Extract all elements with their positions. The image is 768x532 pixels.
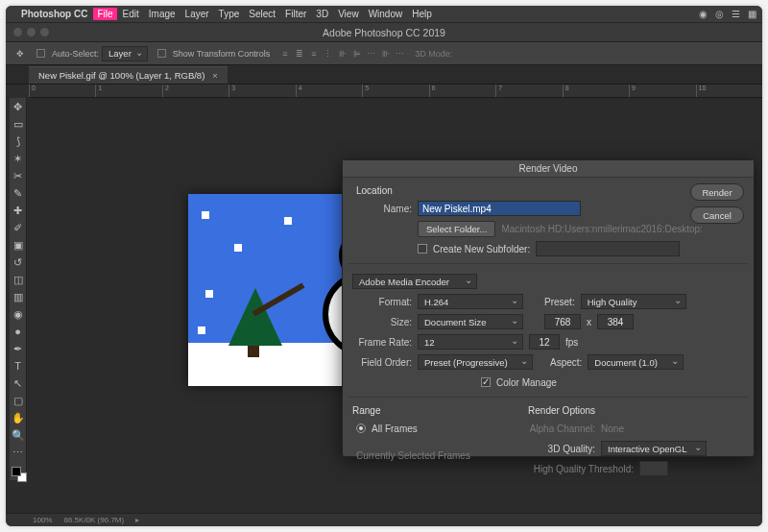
document-tab[interactable]: New Piskel.gif @ 100% (Layer 1, RGB/8) ×	[29, 66, 228, 84]
align-icon[interactable]: ⋯	[395, 49, 405, 59]
fieldorder-dropdown[interactable]: Preset (Progressive)	[418, 354, 533, 370]
color-manage-checkbox[interactable]	[481, 377, 491, 387]
height-input[interactable]	[597, 314, 634, 329]
all-frames-radio[interactable]	[356, 423, 366, 433]
align-icon[interactable]: ⊪	[380, 49, 391, 59]
hq-threshold-label: High Quality Threshold:	[528, 464, 634, 474]
pen-tool-icon[interactable]: ✒	[12, 342, 25, 355]
shape-tool-icon[interactable]: ▢	[12, 394, 25, 407]
x-label: x	[587, 317, 591, 327]
window-controls[interactable]	[13, 28, 49, 36]
fps-input[interactable]	[529, 334, 560, 350]
alpha-value: None	[601, 423, 624, 434]
menu-edit[interactable]: Edit	[123, 9, 139, 19]
app-menu[interactable]: Photoshop CC	[21, 9, 87, 19]
window-titlebar: Adobe Photoshop CC 2019	[6, 23, 762, 42]
menu-help[interactable]: Help	[412, 9, 432, 19]
edit-toolbar-icon[interactable]: ⋯	[12, 446, 25, 459]
name-input[interactable]	[418, 201, 581, 216]
preset-dropdown[interactable]: High Quality	[581, 294, 686, 309]
hand-tool-icon[interactable]: ✋	[12, 411, 25, 424]
width-input[interactable]	[544, 314, 581, 329]
auto-select-dropdown: Layer	[102, 46, 148, 61]
align-icon[interactable]: ≣	[294, 49, 304, 59]
aspect-dropdown[interactable]: Document (1.0)	[588, 354, 684, 370]
menu-view[interactable]: View	[338, 9, 359, 19]
heal-tool-icon[interactable]: ✚	[12, 204, 25, 217]
preset-label: Preset:	[544, 297, 575, 307]
create-subfolder-checkbox[interactable]	[418, 244, 427, 254]
window-title: Adobe Photoshop CC 2019	[323, 27, 445, 38]
hq-threshold-input	[639, 461, 668, 476]
select-folder-button[interactable]: Select Folder...	[418, 221, 495, 237]
encoder-dropdown[interactable]: Adobe Media Encoder	[352, 274, 477, 289]
menu-filter[interactable]: Filter	[285, 9, 306, 19]
wand-tool-icon[interactable]: ✶	[12, 152, 25, 165]
fps-unit: fps	[565, 337, 578, 348]
crop-tool-icon[interactable]: ✂	[12, 169, 25, 182]
brush-tool-icon[interactable]: ✐	[12, 221, 25, 234]
size-label: Size:	[352, 317, 412, 327]
path-tool-icon[interactable]: ↖	[12, 376, 25, 390]
marquee-tool-icon[interactable]: ▭	[12, 117, 25, 131]
gradient-tool-icon[interactable]: ▥	[12, 290, 25, 303]
color-swatch[interactable]	[12, 467, 25, 480]
size-dropdown[interactable]: Document Size	[418, 314, 523, 329]
align-icon[interactable]: ⋮	[323, 49, 333, 59]
menu-image[interactable]: Image	[149, 9, 176, 19]
selected-frames-label: Currently Selected Frames	[356, 450, 470, 461]
quality3d-dropdown[interactable]: Interactive OpenGL	[601, 441, 707, 456]
status-bar: 100% 86.5K/0K (96.7M) ▸	[6, 513, 762, 526]
aspect-label: Aspect:	[550, 357, 582, 368]
auto-select-field[interactable]: Auto-Select: Layer	[36, 46, 148, 61]
align-icon[interactable]: ≡	[279, 49, 290, 59]
align-icon[interactable]: ⋯	[366, 49, 376, 59]
menu-layer[interactable]: Layer	[185, 9, 209, 19]
name-label: Name:	[352, 204, 412, 214]
quality3d-label: 3D Quality:	[528, 444, 595, 454]
options-bar: ✥ Auto-Select: Layer Show Transform Cont…	[6, 42, 762, 65]
menu-3d[interactable]: 3D	[316, 9, 328, 19]
cancel-button[interactable]: Cancel	[690, 206, 744, 224]
menu-file[interactable]: File	[93, 8, 116, 20]
close-tab-icon[interactable]: ×	[212, 70, 218, 81]
blur-tool-icon[interactable]: ◉	[12, 307, 25, 321]
render-button[interactable]: Render	[690, 183, 744, 201]
location-heading: Location	[356, 185, 744, 196]
align-icon[interactable]: ⊫	[351, 49, 362, 59]
status-zoom[interactable]: 100%	[33, 516, 52, 524]
eraser-tool-icon[interactable]: ◫	[12, 273, 25, 286]
align-icon[interactable]: ⊪	[337, 49, 348, 59]
history-tool-icon[interactable]: ↺	[12, 255, 25, 269]
ruler-horizontal: 012345678910	[29, 85, 762, 98]
render-video-dialog: Render Video Render Cancel Location Name…	[342, 159, 755, 457]
tray-icon[interactable]: ◎	[715, 9, 724, 19]
tray-icon[interactable]: ▦	[748, 9, 756, 19]
framerate-dropdown[interactable]: 12	[418, 334, 523, 350]
stamp-tool-icon[interactable]: ▣	[12, 238, 25, 252]
dodge-tool-icon[interactable]: ●	[12, 325, 25, 338]
framerate-label: Frame Rate:	[352, 337, 412, 348]
status-chevron-icon[interactable]: ▸	[135, 516, 139, 524]
zoom-tool-icon[interactable]: 🔍	[12, 428, 25, 442]
dialog-title: Render Video	[343, 160, 754, 178]
mode-3d-label: 3D Mode:	[415, 49, 452, 59]
macos-menubar: Photoshop CC File Edit Image Layer Type …	[6, 6, 762, 23]
menu-window[interactable]: Window	[369, 9, 403, 19]
tray-icon[interactable]: ◉	[699, 9, 708, 19]
move-tool-icon: ✥	[13, 49, 27, 59]
document-tab-label: New Piskel.gif @ 100% (Layer 1, RGB/8)	[38, 70, 204, 81]
alpha-label: Alpha Channel:	[528, 423, 595, 434]
menu-type[interactable]: Type	[219, 9, 240, 19]
move-tool-icon[interactable]: ✥	[12, 100, 25, 113]
subfolder-input[interactable]	[536, 241, 680, 256]
tray-icon[interactable]: ☰	[732, 9, 740, 19]
menu-select[interactable]: Select	[249, 9, 276, 19]
format-dropdown[interactable]: H.264	[418, 294, 523, 309]
type-tool-icon[interactable]: T	[12, 359, 25, 373]
align-icon[interactable]: ≡	[308, 49, 319, 59]
lasso-tool-icon[interactable]: ⟆	[12, 134, 25, 148]
eyedropper-tool-icon[interactable]: ✎	[12, 186, 25, 200]
show-transform-field[interactable]: Show Transform Controls	[157, 49, 271, 59]
menubar-tray: ◉ ◎ ☰ ▦	[699, 9, 756, 19]
